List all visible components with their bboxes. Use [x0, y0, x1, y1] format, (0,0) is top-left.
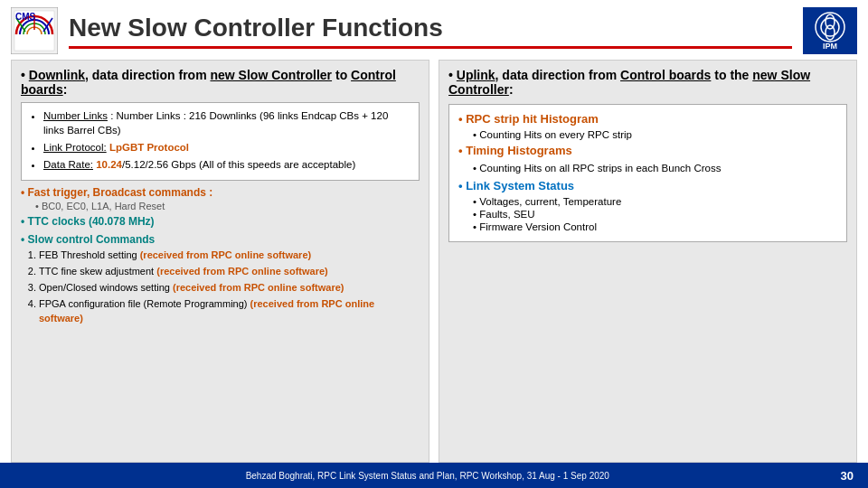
link-protocol-item: Link Protocol: LpGBT Protocol: [43, 140, 411, 155]
inner-box-left: Number Links : Number Links : 216 Downli…: [21, 102, 420, 181]
uplink-bullet: • Uplink, data direction from Control bo…: [448, 68, 847, 97]
timing-histogram-title: • Timing Histograms: [458, 144, 837, 157]
number-links-item: Number Links : Number Links : 216 Downli…: [43, 108, 411, 137]
rpc-histogram-sub: • Counting Hits on every RPC strip: [473, 129, 837, 140]
link-sub-voltages: • Voltages, current, Temperature: [473, 196, 837, 207]
svg-text:CMS: CMS: [15, 12, 36, 22]
data-rate-item: Data Rate: 10.24/5.12/2.56 Gbps (All of …: [43, 157, 411, 172]
downlink-bullet: • Downlink, data direction from new Slow…: [21, 68, 420, 97]
link-sub-faults: • Faults, SEU: [473, 209, 837, 220]
slow-control-list: FEB Threshold setting (received from RPC…: [21, 249, 420, 326]
rpc-histogram-title: • RPC strip hit Histogram: [458, 112, 837, 126]
link-status-title: • Link System Status: [458, 179, 837, 192]
page-title: New Slow Controller Functions: [69, 14, 792, 42]
svg-text:IPM: IPM: [823, 42, 837, 51]
right-inner-box: • RPC strip hit Histogram • Counting Hit…: [448, 104, 847, 242]
cms-logo: CMS: [11, 7, 58, 54]
ipm-logo: IPM: [803, 7, 857, 54]
bc0-line: • BC0, EC0, L1A, Hard Reset: [35, 201, 420, 211]
fast-trigger-label: • Fast trigger, Broadcast commands :: [21, 186, 420, 199]
footer: Behzad Boghrati, RPC Link System Status …: [0, 463, 868, 488]
header-title-container: New Slow Controller Functions: [69, 14, 792, 49]
ttc-line: • TTC clocks (40.078 MHz): [21, 215, 420, 228]
slide: CMS New Slow Controller Functions IPM • …: [0, 0, 868, 488]
list-item: TTC fine skew adjustment (received from …: [39, 265, 420, 279]
link-sub-firmware: • Firmware Version Control: [473, 221, 837, 232]
list-item: Open/Closed windows setting (received fr…: [39, 281, 420, 296]
slow-control-label: • Slow control Commands: [21, 233, 420, 246]
timing-histogram-sub: • Counting Hits on all RPC strips in eac…: [473, 161, 837, 175]
page-number: 30: [841, 469, 854, 483]
left-column: • Downlink, data direction from new Slow…: [11, 60, 429, 463]
right-column: • Uplink, data direction from Control bo…: [439, 60, 857, 463]
header: CMS New Slow Controller Functions IPM: [0, 0, 868, 54]
footer-text: Behzad Boghrati, RPC Link System Status …: [14, 471, 841, 481]
main-content: • Downlink, data direction from new Slow…: [0, 54, 868, 463]
list-item: FPGA configuration file (Remote Programm…: [39, 297, 420, 326]
list-item: FEB Threshold setting (received from RPC…: [39, 249, 420, 263]
